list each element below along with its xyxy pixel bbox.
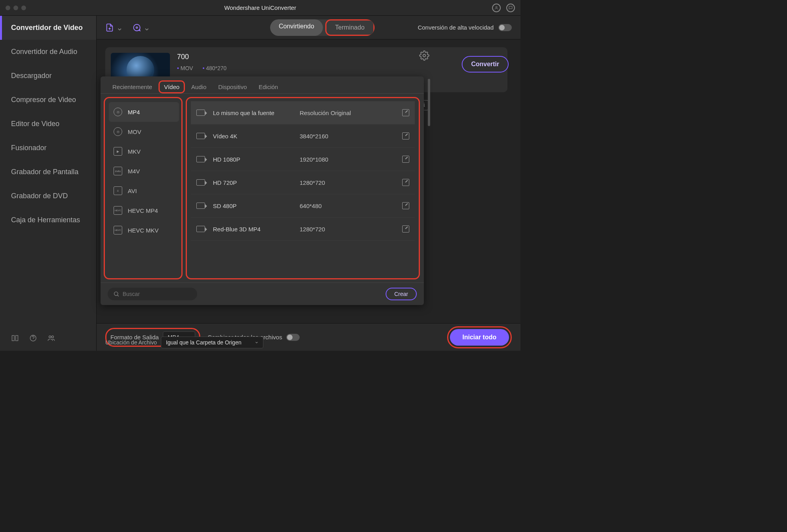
camera-icon [196, 156, 205, 162]
m4v-icon: m4v [114, 167, 122, 175]
camera-icon [196, 226, 205, 232]
search-input[interactable] [123, 291, 192, 297]
edit-icon[interactable] [402, 202, 409, 209]
format-list: ◎MP4 ◎MOV ▶MKV m4vM4V ≡AVI HEVCHEVC MP4 … [104, 97, 183, 279]
hevc-icon: HEVC [114, 226, 122, 234]
svg-point-5 [136, 27, 138, 28]
add-dvd-button[interactable]: ⌄ [132, 23, 150, 32]
video-icon: ▶ [114, 147, 122, 156]
create-button[interactable]: Crear [386, 288, 417, 300]
chevron-down-icon: ⌄ [144, 23, 150, 32]
format-tab-edit[interactable]: Edición [253, 80, 283, 93]
format-tab-audio[interactable]: Audio [186, 80, 212, 93]
format-mov[interactable]: ◎MOV [109, 122, 179, 141]
chevron-down-icon: ⌄ [116, 23, 123, 32]
format-tab-video[interactable]: Vídeo [159, 80, 185, 93]
format-mp4[interactable]: ◎MP4 [109, 102, 179, 122]
file-resolution: 480*270 [203, 65, 227, 71]
file-format: MOV [177, 65, 193, 71]
file-name: 700 [177, 53, 227, 61]
tab-finished[interactable]: Terminado [325, 19, 375, 36]
edit-icon[interactable] [402, 132, 409, 140]
sidebar-item-compressor[interactable]: Compresor de Video [0, 88, 96, 112]
format-avi[interactable]: ≡AVI [109, 181, 179, 201]
resolution-list: Lo mismo que la fuente Resolución Origin… [186, 97, 420, 279]
sidebar-item-toolbox[interactable]: Caja de Herramientas [0, 208, 96, 232]
sidebar-item-screen-recorder[interactable]: Grabador de Pantalla [0, 160, 96, 184]
edit-icon[interactable] [402, 179, 409, 186]
resolution-1080p[interactable]: HD 1080P 1920*1080 [191, 148, 415, 171]
sidebar-item-downloader[interactable]: Descargador [0, 64, 96, 88]
format-mkv[interactable]: ▶MKV [109, 141, 179, 161]
edit-icon[interactable] [402, 225, 409, 233]
add-file-button[interactable]: ⌄ [105, 23, 123, 32]
camera-icon [196, 133, 205, 139]
camera-icon [196, 179, 205, 186]
format-panel: Recientemente Vídeo Audio Dispositivo Ed… [101, 76, 424, 305]
resolution-480p[interactable]: SD 480P 640*480 [191, 194, 415, 218]
hevc-icon: HEVC [114, 206, 122, 215]
high-speed-toggle[interactable] [498, 24, 512, 31]
tab-converting[interactable]: Convirtiendo [270, 19, 323, 36]
scrollbar[interactable] [428, 79, 430, 126]
svg-point-2 [49, 336, 51, 338]
titlebar: Wondershare UniConverter [0, 0, 520, 16]
convert-button[interactable]: Convertir [462, 56, 509, 73]
disc-icon: ◎ [114, 108, 122, 116]
svg-point-7 [114, 292, 118, 296]
search-box[interactable] [108, 288, 197, 300]
camera-icon [196, 110, 205, 116]
settings-icon[interactable] [419, 50, 429, 61]
status-tabs: Convirtiendo Terminado [270, 19, 375, 36]
resolution-3d[interactable]: Red-Blue 3D MP4 1280*720 [191, 218, 415, 241]
community-icon[interactable] [47, 334, 55, 344]
sidebar-item-merger[interactable]: Fusionador [0, 136, 96, 160]
sidebar-item-editor[interactable]: Editor de Video [0, 112, 96, 136]
format-hevc-mkv[interactable]: HEVCHEVC MKV [109, 220, 179, 240]
clapper-icon: ≡ [114, 186, 122, 195]
resolution-720p[interactable]: HD 720P 1280*720 [191, 171, 415, 194]
guide-icon[interactable] [11, 334, 19, 344]
format-hevc-mp4[interactable]: HEVCHEVC MP4 [109, 201, 179, 220]
sidebar-item-video-converter[interactable]: Convertidor de Video [0, 16, 96, 40]
search-icon [113, 291, 119, 297]
svg-point-6 [423, 54, 426, 57]
start-all-button[interactable]: Iniciar todo [450, 329, 509, 346]
file-location-select[interactable]: Igual que la Carpeta de Origen [161, 337, 263, 348]
bottom-bar: Formato de Salida MP4 Combinar todos los… [97, 323, 520, 351]
help-icon[interactable] [29, 334, 37, 344]
high-speed-label: Conversión de alta velocidad [418, 24, 494, 31]
camera-icon [196, 203, 205, 209]
edit-icon[interactable] [402, 109, 409, 116]
resolution-same-as-source[interactable]: Lo mismo que la fuente Resolución Origin… [191, 101, 415, 125]
edit-icon[interactable] [402, 156, 409, 163]
svg-point-3 [52, 336, 54, 338]
toolbar: ⌄ ⌄ Convirtiendo Terminado Conversión de… [97, 16, 520, 39]
format-tab-recent[interactable]: Recientemente [107, 80, 158, 93]
format-m4v[interactable]: m4vM4V [109, 161, 179, 181]
app-title: Wondershare UniConverter [0, 4, 520, 11]
file-location-label: Ubicación de Archivo [105, 339, 157, 346]
sidebar-item-audio-converter[interactable]: Convertidor de Audio [0, 40, 96, 64]
resolution-4k[interactable]: Vídeo 4K 3840*2160 [191, 125, 415, 148]
sidebar: Convertidor de Video Convertidor de Audi… [0, 16, 97, 351]
sidebar-item-dvd-burner[interactable]: Grabador de DVD [0, 184, 96, 208]
format-tab-device[interactable]: Dispositivo [213, 80, 252, 93]
disc-icon: ◎ [114, 127, 122, 136]
combine-toggle[interactable] [286, 334, 300, 341]
